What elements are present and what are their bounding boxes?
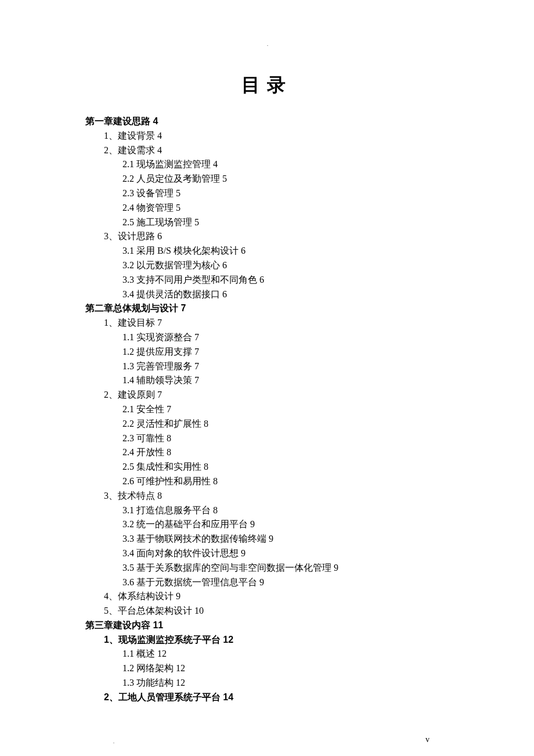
toc-entry: 2.4 开放性 8 [122,445,534,460]
toc-entry: 1.1 概述 12 [122,647,534,661]
toc-entry: 2.5 施工现场管理 5 [122,215,534,230]
toc-entry: 3.3 支持不同用户类型和不同角色 6 [122,273,534,287]
decorative-dot-top: . [267,42,268,47]
toc-entry: 1、建设背景 4 [104,129,534,143]
toc-entry: 2、工地人员管理系统子平台 14 [104,690,534,705]
toc-entry: 1.3 完善管理服务 7 [122,359,534,374]
toc-entry: 2.6 可维护性和易用性 8 [122,474,534,489]
toc-entry: 2.1 安全性 7 [122,402,534,417]
toc-entry: 3.4 面向对象的软件设计思想 9 [122,546,534,561]
toc-entry: 2.4 物资管理 5 [122,201,534,215]
toc-entry: 2、建设需求 4 [104,143,534,158]
toc-entry: 3、设计思路 6 [104,229,534,244]
toc-entry: 2、建设原则 7 [104,388,534,402]
toc-entry: 2.3 设备管理 5 [122,186,534,201]
toc-entry: 3.1 采用 B/S 模块化架构设计 6 [122,244,534,258]
toc-entry: 3.2 以元数据管理为核心 6 [122,258,534,273]
toc-entry: 2.2 人员定位及考勤管理 5 [122,172,534,186]
toc-entry: 2.5 集成性和实用性 8 [122,460,534,474]
toc-entry: 3.5 基于关系数据库的空间与非空间数据一体化管理 9 [122,561,534,575]
toc-entry: 1、现场监测监控系统子平台 12 [104,633,534,647]
toc-entry: 1.2 网络架构 12 [122,661,534,676]
toc-entry: 1、建设目标 7 [104,316,534,330]
toc-entry: 第一章建设思路 4 [85,114,534,129]
page-title: 目录 [0,73,534,98]
table-of-contents: 第一章建设思路 41、建设背景 42、建设需求 42.1 现场监测监控管理 42… [85,114,534,705]
toc-entry: 1.3 功能结构 12 [122,676,534,690]
toc-entry: 2.2 灵活性和扩展性 8 [122,417,534,431]
toc-entry: 1.4 辅助领导决策 7 [122,373,534,388]
toc-entry: 3.1 打造信息服务平台 8 [122,503,534,518]
decorative-dot-bottom: . [113,739,114,744]
toc-entry: 3.2 统一的基础平台和应用平台 9 [122,517,534,532]
toc-entry: 5、平台总体架构设计 10 [104,604,534,618]
toc-entry: 1.1 实现资源整合 7 [122,330,534,345]
toc-entry: 3.6 基于元数据统一管理信息平台 9 [122,575,534,590]
toc-entry: 2.1 现场监测监控管理 4 [122,157,534,172]
toc-entry: 1.2 提供应用支撑 7 [122,345,534,359]
toc-entry: 3、技术特点 8 [104,489,534,503]
toc-entry: 2.3 可靠性 8 [122,431,534,446]
toc-entry: 第三章建设内容 11 [85,618,534,633]
toc-entry: 4、体系结构设计 9 [104,589,534,604]
toc-entry: 3.4 提供灵活的数据接口 6 [122,287,534,302]
page-footer: v [425,735,430,744]
toc-entry: 3.3 基于物联网技术的数据传输终端 9 [122,532,534,546]
toc-entry: 第二章总体规划与设计 7 [85,301,534,316]
